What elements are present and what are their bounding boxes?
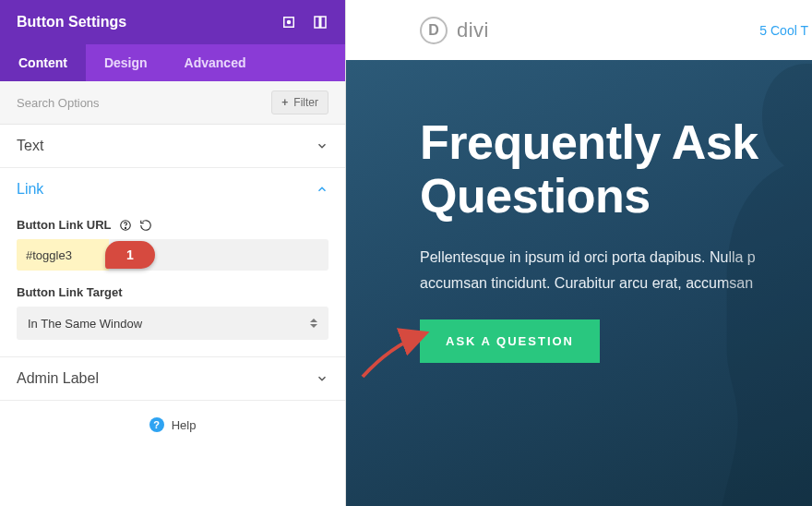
section-text-title: Text bbox=[17, 138, 43, 154]
plus-icon: + bbox=[281, 96, 288, 109]
svg-point-1 bbox=[288, 21, 291, 24]
button-link-target-value: In The Same Window bbox=[28, 317, 142, 331]
panel-header: Button Settings bbox=[0, 0, 345, 44]
logo-mark-icon: D bbox=[420, 17, 448, 44]
preview-topbar: D divi bbox=[346, 0, 812, 60]
section-admin-label: Admin Label bbox=[0, 357, 345, 401]
svg-rect-3 bbox=[321, 17, 326, 28]
button-link-target-label: Button Link Target bbox=[17, 285, 123, 299]
logo-text: divi bbox=[457, 18, 489, 42]
panel-tabs: Content Design Advanced bbox=[0, 44, 345, 81]
chevron-up-icon bbox=[316, 183, 328, 196]
tab-advanced[interactable]: Advanced bbox=[166, 44, 265, 81]
section-text-header[interactable]: Text bbox=[0, 125, 345, 167]
filter-label: Filter bbox=[293, 96, 318, 109]
help-label: Help bbox=[172, 418, 197, 432]
button-link-url-label: Button Link URL bbox=[17, 218, 112, 232]
search-row: Search Options + Filter bbox=[0, 81, 345, 125]
button-link-target-label-row: Button Link Target bbox=[17, 285, 328, 299]
expand-icon[interactable] bbox=[312, 14, 328, 30]
svg-point-5 bbox=[125, 227, 125, 228]
button-link-target-select[interactable]: In The Same Window bbox=[17, 307, 328, 340]
panel-title: Button Settings bbox=[17, 14, 126, 30]
section-text: Text bbox=[0, 125, 345, 168]
settings-panel: Button Settings Content Design Advanced … bbox=[0, 0, 346, 506]
search-options-label[interactable]: Search Options bbox=[17, 96, 100, 110]
tab-design[interactable]: Design bbox=[86, 44, 166, 81]
button-link-url-input-row: 1 bbox=[17, 239, 328, 271]
svg-rect-2 bbox=[315, 17, 319, 28]
section-link-body: Button Link URL 1 Button Link Target bbox=[0, 211, 345, 356]
section-admin-label-title: Admin Label bbox=[17, 370, 99, 387]
hero-title-line2: Questions bbox=[420, 169, 651, 223]
section-link-header[interactable]: Link bbox=[0, 168, 345, 211]
help-icon[interactable] bbox=[119, 219, 132, 232]
reset-icon[interactable] bbox=[139, 219, 152, 232]
panel-header-actions bbox=[281, 14, 328, 30]
section-link-title: Link bbox=[17, 181, 43, 198]
help-circle-icon: ? bbox=[149, 417, 164, 432]
background-silhouette bbox=[655, 60, 812, 506]
filter-button[interactable]: + Filter bbox=[271, 90, 328, 114]
site-logo[interactable]: D divi bbox=[420, 17, 489, 44]
section-admin-label-header[interactable]: Admin Label bbox=[0, 357, 345, 400]
responsive-view-icon[interactable] bbox=[281, 14, 297, 30]
tab-content[interactable]: Content bbox=[0, 44, 86, 81]
button-link-url-highlight bbox=[17, 239, 109, 271]
section-link: Link Button Link URL 1 bbox=[0, 168, 345, 357]
select-caret-icon bbox=[310, 319, 317, 328]
button-link-url-input[interactable] bbox=[26, 248, 100, 262]
annotation-badge-1: 1 bbox=[105, 241, 155, 269]
annotation-badge-1-number: 1 bbox=[126, 247, 134, 262]
chevron-down-icon bbox=[316, 139, 328, 152]
ask-question-button[interactable]: ASK A QUESTION bbox=[420, 319, 600, 363]
nav-link-cool[interactable]: 5 Cool T bbox=[759, 0, 812, 60]
help-row[interactable]: ? Help bbox=[0, 401, 345, 449]
hero-section: Frequently Ask Questions Pellentesque in… bbox=[346, 60, 812, 506]
chevron-down-icon bbox=[316, 372, 328, 385]
button-link-url-label-row: Button Link URL bbox=[17, 218, 328, 232]
